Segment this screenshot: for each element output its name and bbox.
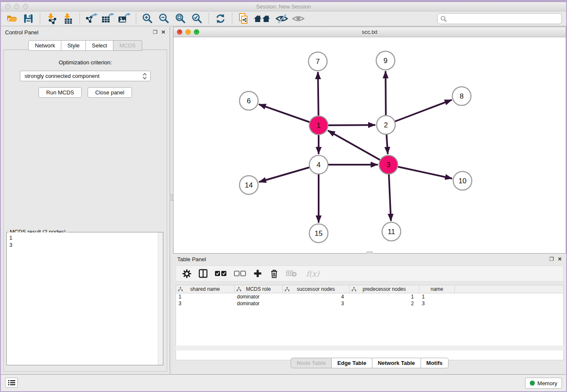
optimization-select[interactable]: strongly connected component (20, 71, 151, 81)
status-bar: Memory (1, 374, 566, 391)
export-network-button[interactable] (85, 12, 98, 25)
zoom-selected-icon (192, 13, 203, 24)
cell-shared-name[interactable]: 1 (176, 293, 234, 300)
graph-node-label: 6 (247, 97, 250, 105)
cell-successor-nodes[interactable]: 3 (283, 300, 350, 307)
task-history-button[interactable] (5, 378, 18, 388)
table-panel-header: Table Panel ❐ ✕ (173, 254, 566, 265)
run-mcds-button[interactable]: Run MCDS (39, 87, 82, 98)
tab-mcds[interactable]: MCDS (113, 40, 142, 51)
zoom-in-button[interactable] (141, 12, 154, 25)
delete-table-button[interactable] (285, 268, 298, 279)
select-all-button[interactable] (214, 268, 228, 279)
network-canvas[interactable]: 7968124314101511 (173, 37, 566, 253)
memory-button[interactable]: Memory (525, 378, 562, 389)
minimize-network-icon[interactable]: − (185, 29, 191, 35)
add-column-button[interactable] (252, 268, 263, 279)
gear-button[interactable] (181, 268, 192, 279)
save-session-button[interactable] (22, 12, 35, 25)
tab-node-table[interactable]: Node Table (291, 358, 332, 368)
cell-predecessor-nodes[interactable]: 1 (350, 293, 419, 300)
column-header-name[interactable]: name (419, 285, 455, 293)
function-builder-button[interactable]: f(x) (303, 268, 322, 279)
plus-icon (253, 269, 262, 278)
window-controls (5, 4, 28, 9)
tab-motifs[interactable]: Motifs (421, 358, 449, 368)
graph-node-label: 10 (459, 177, 467, 185)
column-header-successor-nodes[interactable]: successor nodes (283, 285, 350, 293)
table-toolbar: f(x) (176, 265, 564, 282)
table-row[interactable]: 3 dominator 3 2 3 (176, 300, 563, 307)
maximize-network-icon[interactable]: + (194, 29, 199, 35)
zoom-selected-button[interactable] (190, 12, 204, 25)
network-graph[interactable]: 7968124314101511 (173, 37, 566, 253)
show-columns-button[interactable] (198, 268, 209, 279)
tab-network-table[interactable]: Network Table (372, 358, 421, 368)
import-network-button[interactable] (45, 12, 58, 25)
deselect-all-button[interactable] (233, 268, 247, 279)
attribute-tree-icon (352, 287, 356, 292)
refresh-view-button[interactable] (214, 12, 227, 25)
column-header-shared-name[interactable]: shared name (176, 285, 234, 293)
unchecked-boxes-icon (234, 271, 246, 276)
network-window-titlebar: ✕ − + scc.txt (173, 27, 566, 37)
search-input[interactable] (437, 13, 562, 24)
graph-node-label: 14 (245, 181, 253, 189)
search-box (437, 13, 562, 24)
column-header-predecessor-nodes[interactable]: predecessor nodes (350, 285, 419, 293)
copy-network-icon (238, 13, 250, 25)
copy-network-button[interactable] (237, 12, 250, 25)
close-network-icon[interactable]: ✕ (177, 29, 182, 35)
export-table-button[interactable] (101, 12, 115, 25)
table-row[interactable]: 1 dominator 4 1 1 (176, 293, 563, 300)
close-panel-button[interactable]: Close panel (88, 87, 132, 98)
tab-network[interactable]: Network (28, 40, 61, 51)
cell-shared-name[interactable]: 3 (176, 300, 234, 307)
hide-selection-button[interactable] (275, 12, 289, 25)
table-hscrollbar[interactable] (176, 345, 564, 351)
float-panel-icon[interactable]: ❐ (549, 256, 554, 262)
result-scrollbar[interactable] (158, 232, 163, 365)
show-hidden-button[interactable] (292, 12, 305, 25)
close-panel-icon[interactable]: ✕ (558, 256, 562, 262)
toolbar-separator (232, 13, 232, 24)
cell-predecessor-nodes[interactable]: 2 (350, 300, 419, 307)
zoom-fit-button[interactable] (174, 12, 187, 25)
close-window-icon[interactable] (5, 4, 11, 9)
houses-button[interactable] (253, 12, 272, 25)
zoom-out-button[interactable] (157, 12, 171, 25)
eye-icon (292, 14, 305, 24)
zoom-in-icon (142, 13, 153, 24)
cell-name[interactable]: 1 (419, 293, 455, 300)
import-network-icon (46, 13, 57, 24)
mcds-result-item: 1 (9, 234, 163, 241)
open-session-button[interactable] (5, 12, 19, 25)
export-image-button[interactable] (118, 12, 131, 25)
column-header-mcds-role[interactable]: MCDS role (234, 285, 283, 293)
tab-select[interactable]: Select (86, 40, 113, 51)
graph-edge-3-1[interactable] (328, 130, 388, 165)
delete-column-button[interactable] (269, 268, 280, 279)
toolbar-separator (209, 13, 209, 24)
minimize-window-icon[interactable] (14, 4, 19, 9)
import-table-icon (63, 13, 74, 24)
mcds-panel: Optimization criterion: strongly connect… (3, 50, 167, 372)
attribute-tree-icon (237, 287, 241, 292)
cell-successor-nodes[interactable]: 4 (283, 293, 350, 300)
optimization-label: Optimization criterion: (4, 59, 167, 66)
float-panel-icon[interactable]: ❐ (153, 29, 157, 35)
maximize-window-icon[interactable] (23, 4, 28, 9)
tab-edge-table[interactable]: Edge Table (332, 358, 372, 368)
control-panel-tabs: Network Style Select MCDS (1, 40, 170, 51)
graph-node-label: 2 (384, 121, 388, 129)
main-toolbar (1, 11, 566, 26)
graph-edge-2-8[interactable] (386, 100, 452, 125)
cell-mcds-role[interactable]: dominator (234, 293, 283, 300)
cell-mcds-role[interactable]: dominator (234, 300, 283, 307)
tab-style[interactable]: Style (61, 40, 86, 51)
close-panel-icon[interactable]: ✕ (161, 29, 165, 35)
cell-name[interactable]: 3 (419, 300, 455, 307)
application-window: Session: New Session (0, 0, 567, 392)
open-folder-icon (6, 14, 18, 24)
import-table-button[interactable] (61, 12, 75, 25)
